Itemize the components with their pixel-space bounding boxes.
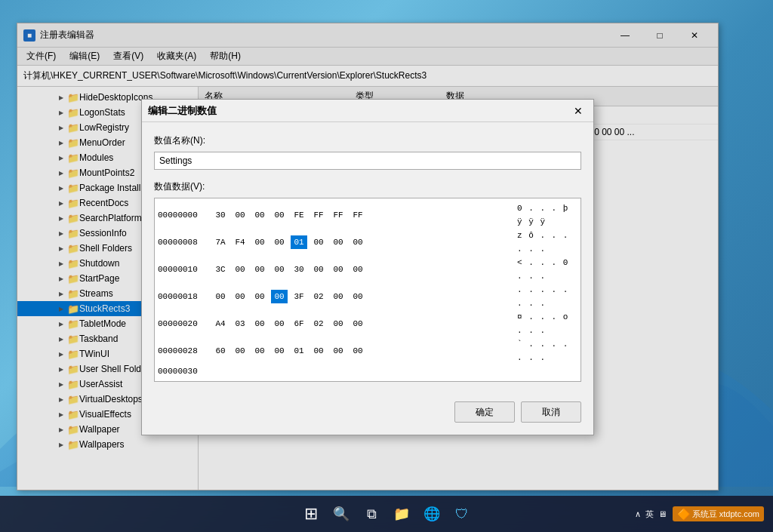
binary-edit-dialog: 编辑二进制数值 ✕ 数值名称(N): 数值数据(V): 000000003000…	[141, 99, 594, 435]
hex-bytes-group: 7AF4000001000000	[212, 235, 505, 249]
hex-editor[interactable]: 0000000030000000FEFFFFFF0 . . . þ ÿ ÿ ÿ0…	[154, 198, 581, 382]
shield-taskbar-button[interactable]: 🛡	[448, 500, 476, 527]
hex-row: 00000018000000003F020000. . . . . . . .	[158, 283, 577, 310]
hex-byte[interactable]: F4	[232, 235, 248, 249]
dialog-close-button[interactable]: ✕	[569, 102, 587, 120]
search-taskbar-button[interactable]: 🔍	[328, 500, 355, 527]
hex-byte[interactable]: 00	[251, 235, 268, 249]
hex-byte[interactable]: 01	[291, 235, 307, 249]
hex-bytes-group: 000000003F020000	[212, 290, 505, 303]
hex-byte[interactable]: 01	[291, 344, 307, 358]
hex-byte[interactable]: 00	[232, 290, 248, 303]
hex-address: 00000030	[158, 364, 212, 378]
hex-byte[interactable]: 00	[330, 344, 346, 358]
hex-row: 00000020A40300006F020000¤ . . . o . . .	[158, 310, 577, 337]
hex-row: 000000087AF4000001000000z ô . . . . . .	[158, 229, 577, 256]
network-icon[interactable]: 🖥	[658, 509, 667, 518]
hex-byte[interactable]: 00	[350, 344, 366, 358]
hex-address: 00000008	[158, 235, 212, 249]
hex-row: 000000103C00000030000000< . . . 0 . . .	[158, 256, 577, 283]
hex-byte[interactable]: 00	[232, 208, 248, 222]
hex-byte[interactable]: 02	[310, 317, 327, 331]
system-tray-chevron[interactable]: ∧	[635, 509, 641, 519]
hex-byte[interactable]: 7A	[212, 235, 229, 249]
hex-byte[interactable]: 00	[251, 208, 268, 222]
taskbar-right: ∧ 英 🖥 🔶 系统豆 xtdptc.com	[635, 506, 764, 521]
systray: ∧ 英 🖥	[635, 509, 667, 520]
hex-byte[interactable]: 02	[310, 290, 327, 303]
dialog-body: 数值名称(N): 数值数据(V): 0000000030000000FEFFFF…	[142, 122, 593, 394]
hex-byte[interactable]: 3F	[291, 290, 307, 303]
hex-byte[interactable]: 00	[232, 344, 248, 358]
hex-row: 0000000030000000FEFFFFFF0 . . . þ ÿ ÿ ÿ	[158, 201, 577, 229]
lang-indicator[interactable]: 英	[645, 509, 654, 520]
file-explorer-button[interactable]: 📁	[388, 500, 415, 527]
hex-byte[interactable]: FF	[350, 208, 366, 222]
hex-byte[interactable]: 00	[271, 263, 288, 276]
hex-byte[interactable]: 00	[271, 317, 288, 331]
hex-byte[interactable]: 30	[291, 263, 307, 276]
hex-byte[interactable]: 00	[310, 344, 327, 358]
hex-byte[interactable]: 00	[232, 263, 248, 276]
hex-ascii: 0 . . . þ ÿ ÿ ÿ	[517, 201, 577, 229]
dialog-footer: 确定 取消	[142, 394, 593, 435]
ok-button[interactable]: 确定	[454, 401, 515, 423]
data-label: 数值数据(V):	[154, 180, 581, 193]
hex-address: 00000028	[158, 344, 212, 358]
hex-byte[interactable]: 30	[212, 208, 229, 222]
hex-byte[interactable]: 00	[330, 317, 346, 331]
hex-byte[interactable]: FF	[330, 208, 346, 222]
taskbar: ⊞ 🔍 ⧉ 📁 🌐 🛡 ∧ 英 🖥 🔶 系统豆 xtdptc.com	[0, 496, 773, 532]
hex-address: 00000010	[158, 263, 212, 276]
hex-byte[interactable]: 03	[232, 317, 248, 331]
hex-byte[interactable]: 00	[271, 208, 288, 222]
hex-address: 00000018	[158, 290, 212, 303]
regedit-window: ■ 注册表编辑器 — □ ✕ 文件(F) 编辑(E) 查看(V) 收藏夹(A) …	[17, 23, 719, 490]
hex-byte[interactable]: 00	[350, 317, 366, 331]
hex-byte[interactable]: 00	[350, 290, 366, 303]
hex-ascii: ¤ . . . o . . .	[517, 310, 577, 337]
xtdptc-logo: 🔶 系统豆 xtdptc.com	[673, 506, 764, 521]
hex-ascii: . . . . . . . .	[517, 283, 577, 310]
hex-byte[interactable]: 00	[310, 235, 327, 249]
name-input[interactable]	[154, 152, 581, 170]
hex-byte[interactable]: 60	[212, 344, 229, 358]
hex-ascii: < . . . 0 . . .	[517, 256, 577, 283]
hex-byte[interactable]: FE	[291, 208, 307, 222]
hex-bytes-group: 6000000001000000	[212, 344, 505, 358]
taskbar-center: ⊞ 🔍 ⧉ 📁 🌐 🛡	[297, 500, 476, 527]
hex-byte[interactable]: 00	[251, 290, 268, 303]
cancel-button[interactable]: 取消	[521, 401, 581, 423]
name-label: 数值名称(N):	[154, 134, 581, 147]
hex-byte[interactable]: 00	[251, 344, 268, 358]
hex-row: 00000030	[158, 364, 577, 378]
edge-button[interactable]: 🌐	[418, 500, 445, 527]
hex-address: 00000000	[158, 208, 212, 222]
hex-byte[interactable]: 00	[251, 263, 268, 276]
hex-byte[interactable]: 00	[350, 235, 366, 249]
hex-bytes-group: A40300006F020000	[212, 317, 505, 331]
hex-byte[interactable]: 3C	[212, 263, 229, 276]
hex-byte[interactable]: 00	[251, 317, 268, 331]
hex-byte[interactable]: 00	[330, 263, 346, 276]
hex-byte[interactable]: 00	[271, 344, 288, 358]
hex-byte[interactable]: 00	[350, 263, 366, 276]
hex-byte[interactable]: 00	[330, 290, 346, 303]
dialog-title-bar: 编辑二进制数值 ✕	[142, 100, 593, 122]
task-view-button[interactable]: ⧉	[358, 500, 385, 527]
hex-byte[interactable]: 00	[271, 235, 288, 249]
start-button[interactable]: ⊞	[297, 500, 325, 527]
dialog-overlay: 编辑二进制数值 ✕ 数值名称(N): 数值数据(V): 000000003000…	[17, 23, 718, 490]
dialog-title-text: 编辑二进制数值	[148, 104, 217, 118]
hex-bytes-group: 3C00000030000000	[212, 263, 505, 276]
hex-byte[interactable]: A4	[212, 317, 229, 331]
hex-byte[interactable]: 00	[310, 263, 327, 276]
hex-byte[interactable]: 00	[271, 290, 288, 303]
hex-address: 00000020	[158, 317, 212, 331]
hex-byte[interactable]: 00	[330, 235, 346, 249]
hex-byte[interactable]: FF	[310, 208, 327, 222]
hex-bytes-group: 30000000FEFFFFFF	[212, 208, 505, 222]
hex-ascii: z ô . . . . . .	[517, 229, 577, 256]
hex-byte[interactable]: 00	[212, 290, 229, 303]
hex-byte[interactable]: 6F	[291, 317, 307, 331]
